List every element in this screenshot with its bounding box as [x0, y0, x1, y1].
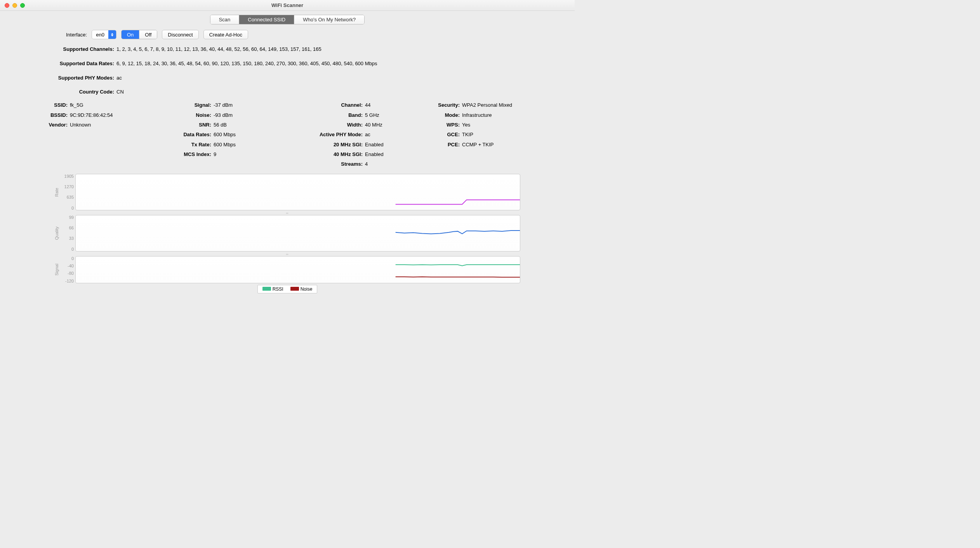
supported-data-rates-value: 6, 9, 12, 15, 18, 24, 30, 36, 45, 48, 54…: [116, 60, 536, 68]
chart-rate: [75, 174, 520, 210]
width-value: 40 MHz: [365, 120, 382, 130]
noise-label: Noise:: [163, 110, 214, 120]
supported-phy-modes-value: ac: [116, 74, 536, 82]
ssid-value: fk_5G: [70, 100, 83, 110]
channel-label: Channel:: [287, 100, 365, 110]
streams-value: 4: [365, 159, 368, 169]
splitter-handle-icon[interactable]: ═: [54, 253, 520, 256]
mode-value: Infrastructure: [462, 110, 492, 120]
security-value: WPA2 Personal Mixed: [462, 100, 512, 110]
sgi20-label: 20 MHz SGI:: [287, 140, 365, 149]
titlebar: WiFi Scanner: [0, 0, 575, 11]
signal-label: Signal:: [163, 100, 214, 110]
power-off-button[interactable]: Off: [139, 30, 157, 39]
connection-details: SSID:fk_5G BSSID:9C:9D:7E:86:42:54 Vendo…: [0, 96, 575, 172]
legend-rssi-label: RSSI: [273, 286, 283, 292]
chart-legend: RSSI Noise: [257, 285, 318, 293]
create-adhoc-button[interactable]: Create Ad-Hoc: [203, 30, 248, 39]
view-tabs: Scan Connected SSID Who's On My Network?: [210, 15, 365, 24]
chart-rate-yaxis: 1905 1270 635 0: [61, 174, 75, 210]
signal-value: -37 dBm: [214, 100, 233, 110]
chart-quality-ylabel: Quality: [54, 215, 61, 251]
supported-channels-label: Supported Channels:: [39, 45, 116, 54]
supported-data-rates-label: Supported Data Rates:: [39, 60, 116, 68]
wps-label: WPS:: [412, 120, 462, 130]
tab-scan[interactable]: Scan: [210, 15, 240, 24]
splitter-handle-icon[interactable]: ═: [54, 212, 520, 215]
legend-swatch-rssi: [262, 287, 271, 291]
tab-whos-on-network[interactable]: Who's On My Network?: [294, 15, 364, 24]
mcs-index-label: MCS Index:: [163, 149, 214, 159]
power-toggle: On Off: [121, 30, 157, 39]
country-code-value: CN: [116, 88, 536, 96]
band-label: Band:: [287, 110, 365, 120]
gce-label: GCE:: [412, 130, 462, 139]
chart-quality-yaxis: 99 66 33 0: [61, 215, 75, 251]
supported-phy-modes-label: Supported PHY Modes:: [39, 74, 116, 82]
snr-value: 56 dB: [214, 120, 227, 130]
mode-label: Mode:: [412, 110, 462, 120]
legend-swatch-noise: [290, 287, 299, 291]
vendor-label: Vendor:: [39, 120, 70, 130]
chart-signal: [75, 256, 520, 283]
tx-rate-label: Tx Rate:: [163, 140, 214, 149]
mcs-index-value: 9: [214, 149, 216, 159]
chevron-updown-icon: [108, 30, 116, 39]
wps-value: Yes: [462, 120, 470, 130]
vendor-value: Unknown: [70, 120, 91, 130]
active-phy-label: Active PHY Mode:: [287, 130, 365, 139]
sgi40-label: 40 MHz SGI:: [287, 149, 365, 159]
window-title: WiFi Scanner: [0, 2, 575, 8]
disconnect-button[interactable]: Disconnect: [162, 30, 198, 39]
ssid-label: SSID:: [39, 100, 70, 110]
snr-label: SNR:: [163, 120, 214, 130]
gce-value: TKIP: [462, 130, 473, 139]
bssid-label: BSSID:: [39, 110, 70, 120]
band-value: 5 GHz: [365, 110, 379, 120]
noise-value: -93 dBm: [214, 110, 233, 120]
width-label: Width:: [287, 120, 365, 130]
chart-quality: [75, 215, 520, 251]
sgi20-value: Enabled: [365, 140, 384, 149]
streams-label: Streams:: [287, 159, 365, 169]
tx-rate-value: 600 Mbps: [214, 140, 236, 149]
supported-channels-value: 1, 2, 3, 4, 5, 6, 7, 8, 9, 10, 11, 12, 1…: [116, 45, 536, 54]
power-on-button[interactable]: On: [122, 30, 139, 39]
chart-signal-yaxis: 0 -40 -80 -120: [61, 256, 75, 283]
chart-signal-ylabel: Signal: [54, 256, 61, 283]
interface-select[interactable]: en0: [92, 30, 116, 39]
chart-rate-ylabel: Rate: [54, 174, 61, 210]
charts-panel: Rate 1905 1270 635 0 ═ Quality 99 66 33 …: [0, 172, 575, 293]
pce-value: CCMP + TKIP: [462, 140, 494, 149]
interface-value: en0: [92, 32, 108, 38]
bssid-value: 9C:9D:7E:86:42:54: [70, 110, 113, 120]
pce-label: PCE:: [412, 140, 462, 149]
sgi40-value: Enabled: [365, 149, 384, 159]
interface-label: Interface:: [66, 32, 87, 38]
security-label: Security:: [412, 100, 462, 110]
data-rates-value: 600 Mbps: [214, 130, 236, 139]
tab-connected-ssid[interactable]: Connected SSID: [239, 15, 294, 24]
active-phy-value: ac: [365, 130, 370, 139]
country-code-label: Country Code:: [39, 88, 116, 96]
data-rates-label: Data Rates:: [163, 130, 214, 139]
legend-noise-label: Noise: [301, 286, 313, 292]
channel-value: 44: [365, 100, 370, 110]
